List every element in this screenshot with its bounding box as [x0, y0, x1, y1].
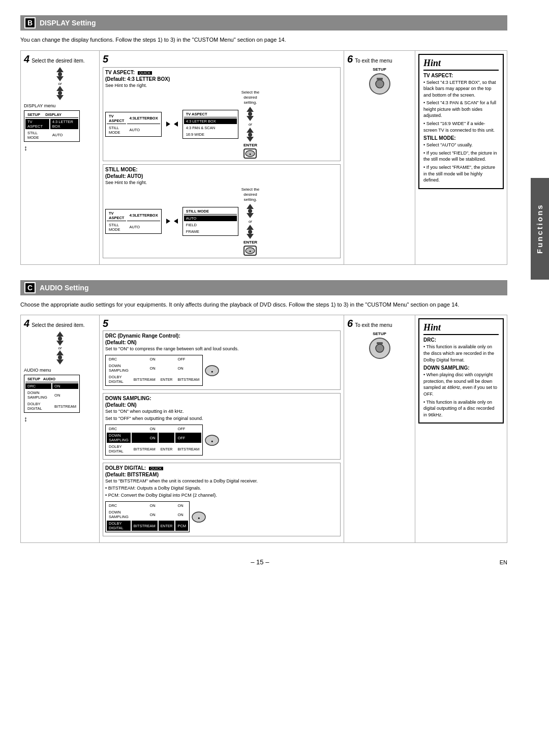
step-c-4-text: Select the desired item. — [32, 322, 85, 328]
dolby-bullet1: • BITSTREAM: Outputs a Dolby Digital Sig… — [105, 486, 338, 491]
hint-c-title: Hint — [423, 322, 499, 335]
section-b: B DISPLAY Setting You can change the dis… — [20, 15, 507, 265]
dolby-badge: QUICK — [149, 467, 163, 470]
tv-aspect-nav-icon2 — [244, 128, 256, 142]
dolby-desc-main: Set to "BITSTREAM" when the unit is conn… — [105, 478, 338, 483]
step-b-6-text: To exit the menu — [355, 58, 392, 64]
downsampling-enter: ● — [205, 435, 219, 446]
section-b-description: You can change the display functions. Fo… — [20, 36, 507, 44]
section-c-letter: C — [24, 282, 36, 293]
step-c-5: 5 DRC (Dynamic Range Control): (Default:… — [100, 315, 344, 542]
downsampling-name: DOWN SAMPLING: — [105, 396, 151, 401]
still-mode-nav-icon2 — [244, 225, 256, 239]
hint-b-tv-aspect-subtitle: TV ASPECT: — [423, 73, 499, 78]
setup-remote-b: SETUP — [364, 67, 395, 95]
step-c-4-number: 4 — [24, 318, 29, 328]
page-wrapper: B DISPLAY Setting You can change the dis… — [20, 15, 529, 566]
step-b-6: 6 To exit the menu SETUP — [344, 51, 415, 264]
hint-b-tv-bullet3: • Select "16:9 WIDE" if a wide-screen TV… — [423, 120, 499, 133]
drc-desc: Set to "ON" to compress the range betwee… — [105, 346, 338, 351]
still-mode-desc: See Hint to the right. — [105, 180, 338, 185]
nav-updown-icon-c2 — [54, 350, 66, 365]
svg-text:●: ● — [250, 153, 252, 156]
hint-b-tv-bullet2: • Select "4:3 PAN & SCAN" for a full hei… — [423, 100, 499, 119]
still-mode-nav-icon — [244, 204, 256, 218]
step-b-4-number: 4 — [24, 54, 29, 64]
step-b-5: 5 TV ASPECT: QUICK (Default: 4:3 LETTER … — [100, 51, 344, 264]
step-b-6-number: 6 — [347, 54, 353, 64]
hint-b-still-bullet1: • Select "AUTO" usually. — [423, 142, 499, 148]
page-footer: – 15 – EN — [20, 558, 507, 566]
dolby-substep: DOLBY DIGITAL: QUICK (Default: BITSTREAM… — [103, 463, 341, 536]
nav-updown-icon-c — [54, 331, 66, 346]
hint-b-still-bullet2: • If you select "FIELD", the picture in … — [423, 150, 499, 163]
step-c-6-number: 6 — [347, 318, 353, 328]
section-b-letter: B — [24, 17, 36, 28]
setup-label-b: SETUP — [373, 67, 386, 72]
enter-label-tv: ENTER — [243, 143, 257, 147]
section-b-header: B DISPLAY Setting — [20, 15, 507, 31]
hint-b-still-bullet3: • If you select "FRAME", the picture in … — [423, 164, 499, 184]
page-number: – 15 – — [251, 558, 269, 566]
audio-menu-screen: SETUP AUDIO DRCON DOWN SAMPLINGON DOLBY … — [24, 375, 80, 413]
tv-aspect-screen-right: TV ASPECT 4:3 LETTER BOX 4:3 PAN & SCAN … — [182, 108, 238, 140]
drc-name: DRC (Dynamic Range Control): — [105, 333, 180, 339]
functions-label: Functions — [536, 204, 544, 254]
section-c-description: Choose the appropriate audio settings fo… — [20, 300, 507, 309]
svg-text:●: ● — [250, 250, 252, 253]
svg-point-14 — [376, 344, 384, 352]
downsampling-desc2: Set to "OFF" when outputting the origina… — [105, 416, 338, 421]
nav-updown-icon-b — [54, 67, 66, 81]
enter-button-tv: ● — [243, 148, 257, 159]
still-mode-substep: STILL MODE: (Default: AUTO) See Hint to … — [103, 164, 341, 258]
downsampling-screen: DRCONOFF DOWN SAMPLINGONOFF DOLBY DIGITA… — [105, 425, 203, 456]
hint-c-ds-bullet1: • When playing disc with copyright prote… — [423, 372, 499, 397]
enter-label-still: ENTER — [243, 240, 257, 245]
section-c-header: C AUDIO Setting — [20, 280, 507, 295]
section-c: C AUDIO Setting Choose the appropriate a… — [20, 280, 507, 543]
still-mode-screen-left: TV ASPECT4:3LETTERBOX STILL MODEAUTO — [105, 209, 162, 234]
section-b-title: DISPLAY Setting — [40, 19, 96, 27]
tv-aspect-double-arrow — [165, 122, 179, 127]
dolby-bullet2: • PCM: Convert the Dolby Digital into PC… — [105, 493, 338, 498]
downsampling-substep: DOWN SAMPLING: (Default: ON) Set to "ON"… — [103, 393, 341, 460]
hint-b-still-subtitle: STILL MODE: — [423, 135, 499, 141]
step-c-5-number: 5 — [103, 318, 108, 328]
tv-aspect-desc: See Hint to the right. — [105, 83, 338, 88]
step-b-5-number: 5 — [103, 54, 108, 64]
tv-aspect-nav-icon — [244, 107, 256, 121]
dolby-default: (Default: BITSTREAM) — [105, 472, 338, 477]
hint-c-ds-bullet2: • This function is available only on dig… — [423, 399, 499, 418]
step-b-4-text: Select the desired item. — [32, 58, 85, 64]
step-b-4: 4 Select the desired item. or — [21, 51, 100, 264]
downsampling-default: (Default: ON) — [105, 402, 338, 408]
hint-c-downsampling-subtitle: DOWN SAMPLING: — [423, 365, 499, 371]
arrow-indicator-c: ↕ — [24, 415, 96, 423]
nav-updown-icon-b2 — [54, 86, 66, 100]
setup-remote-c: SETUP — [364, 331, 395, 359]
audio-menu-label: AUDIO menu — [24, 368, 96, 373]
svg-text:●: ● — [198, 516, 200, 519]
step-c-4: 4 Select the desired item. or — [21, 315, 100, 542]
still-mode-screen-right: STILL MODE AUTO FIELD FRAME — [182, 205, 238, 237]
hint-c-drc-subtitle: DRC: — [423, 337, 499, 343]
svg-rect-6 — [377, 78, 383, 80]
section-b-steps: 4 Select the desired item. or — [20, 50, 507, 265]
arrow-indicator-b: ↕ — [24, 144, 96, 152]
display-menu-screen: SETUP DISPLAY TV ASPECT4:3 LETTER BOX ST… — [24, 110, 80, 142]
setup-label-c: SETUP — [373, 331, 386, 336]
tv-aspect-default: (Default: 4:3 LETTER BOX) — [105, 76, 338, 82]
hint-c-box: Hint DRC: • This function is available o… — [418, 318, 504, 424]
tv-aspect-badge: QUICK — [138, 71, 152, 75]
functions-sidebar-tab: Functions — [531, 178, 549, 280]
drc-screen: DRCONOFF DOWN SAMPLINGONON DOLBY DIGITAL… — [105, 355, 203, 386]
tv-aspect-screen-left: TV ASPECT4:3LETTERBOX STILL MODEAUTO — [105, 112, 162, 137]
en-label: EN — [500, 559, 507, 565]
section-c-steps: 4 Select the desired item. or — [20, 315, 507, 543]
dolby-screen: DRCONON DOWN SAMPLINGONON DOLBY DIGITALB… — [105, 501, 190, 532]
still-mode-name: STILL MODE: — [105, 167, 138, 172]
svg-text:●: ● — [211, 439, 213, 442]
drc-default: (Default: ON) — [105, 340, 338, 345]
tv-aspect-name: TV ASPECT: — [105, 70, 136, 75]
svg-point-5 — [376, 80, 384, 88]
